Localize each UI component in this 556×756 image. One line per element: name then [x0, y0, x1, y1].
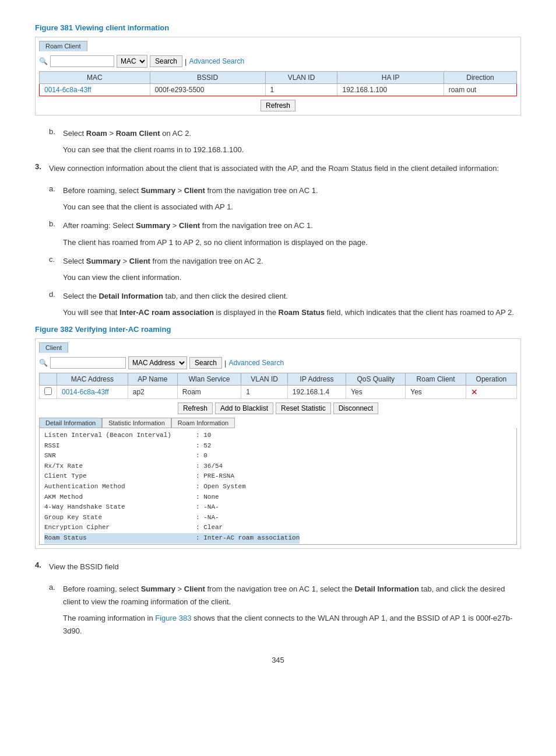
- fig381-adv-search[interactable]: Advanced Search: [189, 57, 244, 65]
- step4-container: 4. View the BSSID field: [35, 561, 521, 577]
- fig382-cell-roam: Yes: [406, 386, 466, 399]
- step3d-text: Select the Detail Information tab, and t…: [63, 290, 288, 303]
- fig381-search-btn[interactable]: Search: [150, 55, 182, 67]
- fig382-col-check: [40, 373, 57, 386]
- fig382-action-bar: Refresh Add to Blacklist Reset Statistic…: [39, 402, 517, 414]
- step3b-container: b. After roaming: Select Summary > Clien…: [49, 219, 521, 249]
- fig382-adv-search[interactable]: Advanced Search: [228, 359, 284, 367]
- step4-number: 4.: [35, 561, 49, 569]
- fig382-search-icon: 🔍: [39, 359, 48, 367]
- fig382-search-btn[interactable]: Search: [189, 357, 222, 369]
- detail-key-1: RSSI: [44, 441, 196, 452]
- detail-key-3: Rx/Tx Rate: [44, 461, 196, 472]
- fig381-cell-haip: 192.168.1.100: [337, 84, 444, 96]
- fig382-cell-op[interactable]: ✕: [466, 386, 516, 399]
- fig382-col-wlan: Wlan Service: [177, 373, 241, 386]
- fig381-refresh-row: Refresh: [39, 100, 517, 111]
- detail-line-6: AKM Method : None: [44, 492, 512, 503]
- fig381-col-vlan: VLAN ID: [265, 72, 337, 84]
- fig381-data-row: 0014-6c8a-43ff 000f-e293-5500 1 192.168.…: [40, 84, 517, 96]
- detail-val-3: : 36/54: [196, 461, 223, 472]
- detail-val-5: : Open System: [196, 482, 246, 492]
- fig382-blacklist-btn[interactable]: Add to Blacklist: [215, 402, 273, 414]
- detail-key-4: Client Type: [44, 471, 196, 482]
- detail-val-roam-status: : Inter-AC roam association: [196, 533, 300, 544]
- fig381-search-select[interactable]: MAC: [117, 55, 147, 68]
- detail-line-7: 4-Way Handshake State : -NA-: [44, 502, 512, 513]
- fig382-cell-ip: 192.168.1.4: [287, 386, 346, 399]
- detail-line-5: Authentication Method : Open System: [44, 482, 512, 492]
- fig382-checkbox[interactable]: [44, 387, 52, 395]
- step4a-container: a. Before roaming, select Summary > Clie…: [49, 583, 521, 638]
- fig382-col-op: Operation: [466, 373, 516, 386]
- detail-val-4: : PRE-RSNA: [196, 471, 234, 482]
- step3d-desc: You will see that Inter-AC roam associat…: [63, 306, 521, 319]
- fig382-separator: |: [224, 359, 226, 368]
- detail-key-roam-status: Roam Status: [44, 533, 196, 544]
- detail-key-8: Group Key State: [44, 513, 196, 523]
- step3b-text: After roaming: Select Summary > Client f…: [63, 219, 313, 232]
- fig382-header-row: MAC Address AP Name Wlan Service VLAN ID…: [40, 373, 517, 386]
- fig381-header-row: MAC BSSID VLAN ID HA IP Direction: [40, 72, 517, 84]
- detail-key-7: 4-Way Handshake State: [44, 502, 196, 513]
- step3a-letter: a.: [49, 184, 63, 193]
- fig381-tab[interactable]: Roam Client: [39, 41, 87, 51]
- detail-val-7: : -NA-: [196, 502, 219, 513]
- fig381-cell-dir: roam out: [444, 84, 516, 96]
- step-b-text: Select Roam > Roam Client on AC 2.: [63, 127, 191, 140]
- detail-val-1: : 52: [196, 441, 211, 452]
- fig381-separator: |: [185, 57, 186, 66]
- detail-key-6: AKM Method: [44, 492, 196, 503]
- fig381-col-dir: Direction: [444, 72, 516, 84]
- fig382-col-vlan: VLAN ID: [241, 373, 288, 386]
- fig382-search-input[interactable]: [50, 357, 126, 369]
- detail-line-8: Group Key State : -NA-: [44, 513, 512, 523]
- step3a-desc: You can see that the client is associate…: [63, 201, 521, 214]
- fig381-table: MAC BSSID VLAN ID HA IP Direction 0014-6…: [39, 71, 517, 96]
- fig382-cell-mac[interactable]: 0014-6c8a-43ff: [57, 386, 128, 399]
- detail-line-2: SNR : 0: [44, 451, 512, 461]
- fig382-detail-tab-1[interactable]: Statistic Information: [102, 418, 171, 428]
- detail-key-10: Roam Count: [44, 544, 196, 545]
- fig382-refresh-btn[interactable]: Refresh: [178, 402, 213, 414]
- fig382-title: Figure 382 Verifying inter-AC roaming: [35, 325, 521, 334]
- disconnect-icon[interactable]: ✕: [471, 387, 478, 397]
- fig382-search-select[interactable]: MAC Address: [128, 356, 187, 369]
- fig382-cell-wlan: Roam: [177, 386, 241, 399]
- step3c-text: Select Summary > Client from the navigat…: [63, 255, 263, 268]
- detail-line-4: Client Type : PRE-RSNA: [44, 471, 512, 482]
- fig381-refresh-btn[interactable]: Refresh: [261, 100, 295, 111]
- fig382-cell-ap: ap2: [128, 386, 177, 399]
- fig382-tab-bar: Client: [39, 342, 517, 353]
- step4a-text: Before roaming, select Summary > Client …: [63, 583, 521, 608]
- fig383-link[interactable]: Figure 383: [155, 614, 191, 622]
- step-b-desc: You can see that the client roams in to …: [63, 144, 521, 156]
- step3-container: 3. View connection information about the…: [35, 162, 521, 178]
- detail-key-9: Encryption Cipher: [44, 523, 196, 533]
- fig382-detail-tab-0[interactable]: Detail Information: [39, 418, 102, 428]
- detail-line-9: Encryption Cipher : Clear: [44, 523, 512, 533]
- detail-line-0: Listen Interval (Beacon Interval) : 10: [44, 430, 512, 441]
- fig381-search-input[interactable]: [50, 55, 114, 67]
- fig382-disconnect-btn[interactable]: Disconnect: [333, 402, 378, 414]
- step3a-container: a. Before roaming, select Summary > Clie…: [49, 184, 521, 214]
- fig382-reset-btn[interactable]: Reset Statistic: [276, 402, 331, 414]
- fig381-cell-vlan: 1: [265, 84, 337, 96]
- fig382-col-roam: Roam Client: [406, 373, 466, 386]
- fig382-col-ap: AP Name: [128, 373, 177, 386]
- fig382-detail-content: Listen Interval (Beacon Interval) : 10 R…: [39, 428, 517, 545]
- detail-val-6: : None: [196, 492, 219, 503]
- step-b-letter: b.: [49, 127, 63, 136]
- detail-val-9: : Clear: [196, 523, 223, 533]
- fig382-search-bar: 🔍 MAC Address Search | Advanced Search: [39, 356, 517, 369]
- fig382-col-qos: QoS Quality: [346, 373, 406, 386]
- search-icon: 🔍: [39, 57, 48, 65]
- fig381-cell-mac[interactable]: 0014-6c8a-43ff: [40, 84, 150, 96]
- step4a-letter: a.: [49, 583, 63, 592]
- detail-line-10: Roam Count : 1: [44, 544, 512, 545]
- fig382-tab[interactable]: Client: [39, 342, 68, 353]
- step3b-desc: The client has roamed from AP 1 to AP 2,…: [63, 236, 521, 249]
- fig381-title: Figure 381 Viewing client information: [35, 23, 521, 32]
- fig382-detail-tab-2[interactable]: Roam Information: [171, 418, 235, 428]
- fig382-cell-check[interactable]: [40, 386, 57, 399]
